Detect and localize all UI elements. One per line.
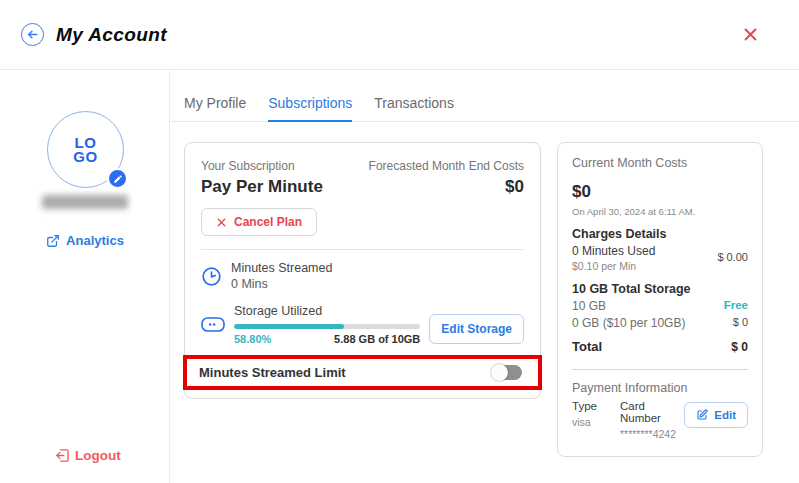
minutes-streamed-row: Minutes Streamed 0 Mins	[201, 261, 524, 291]
clock-icon	[201, 266, 222, 287]
storage-drive-icon	[201, 317, 225, 345]
card-number-value: ********4242	[620, 428, 684, 440]
charges-details-heading: Charges Details	[572, 227, 748, 241]
plan-name: Pay Per Minute	[201, 177, 323, 197]
modal-header: My Account	[0, 0, 799, 70]
close-button[interactable]	[742, 26, 759, 43]
edit-avatar-button[interactable]	[107, 168, 128, 189]
payment-info-heading: Payment Information	[572, 381, 748, 395]
edit-box-icon	[696, 409, 708, 421]
arrow-left-icon	[26, 28, 39, 41]
tab-subscriptions[interactable]: Subscriptions	[268, 95, 352, 122]
current-month-timestamp: On April 30, 2024 at 6:11 AM.	[572, 206, 748, 217]
minutes-charge-amount: $ 0.00	[717, 251, 748, 263]
avatar[interactable]: LO GO	[47, 111, 124, 188]
storage-progress-fill	[234, 324, 344, 329]
minutes-streamed-value: 0 Mins	[231, 277, 332, 291]
minutes-charge-row: 0 Minutes Used $0.10 per Min $ 0.00	[572, 241, 748, 272]
logout-label: Logout	[75, 448, 121, 463]
page-title: My Account	[56, 24, 167, 46]
main-content: My Profile Subscriptions Transactions Yo…	[171, 71, 799, 483]
cancel-plan-label: Cancel Plan	[234, 215, 302, 229]
tab-transactions[interactable]: Transactions	[374, 95, 454, 121]
total-label: Total	[572, 339, 602, 354]
total-amount: $ 0	[731, 340, 748, 354]
my-account-modal: My Account LO GO	[0, 0, 799, 483]
current-month-amount: $0	[572, 182, 748, 202]
avatar-logo-text: LO GO	[73, 136, 97, 164]
edit-payment-label: Edit	[714, 409, 736, 421]
card-divider	[201, 249, 524, 250]
storage-extra-amount: $ 0	[733, 316, 748, 328]
card-number-header: Card Number	[620, 400, 684, 424]
minutes-streamed-label: Minutes Streamed	[231, 261, 332, 275]
cards-row: Your Subscription Pay Per Minute Forecas…	[171, 122, 799, 457]
minutes-used-label: 0 Minutes Used	[572, 244, 655, 258]
storage-usage: 5.88 GB of 10GB	[334, 333, 420, 345]
storage-progress-bar	[234, 324, 420, 329]
storage-included-label: 10 GB	[572, 299, 606, 313]
close-x-icon	[742, 26, 759, 43]
minutes-limit-toggle[interactable]	[492, 365, 522, 380]
cancel-plan-button[interactable]: Cancel Plan	[201, 208, 317, 236]
logout-icon	[55, 448, 70, 463]
blurred-username	[42, 195, 128, 209]
sidebar: LO GO Analytics	[0, 71, 170, 483]
toggle-knob	[491, 364, 508, 381]
cancel-x-icon	[216, 217, 227, 228]
storage-utilized-label: Storage Utilized	[234, 304, 420, 318]
external-link-icon	[46, 234, 60, 248]
forecast-label: Forecasted Month End Costs	[369, 159, 524, 173]
minutes-rate-label: $0.10 per Min	[572, 260, 655, 272]
edit-payment-button[interactable]: Edit	[684, 402, 748, 428]
analytics-link[interactable]: Analytics	[0, 233, 170, 248]
logout-button[interactable]: Logout	[55, 448, 121, 463]
pencil-icon	[113, 174, 123, 184]
payment-type-value: visa	[572, 416, 620, 428]
current-month-title: Current Month Costs	[572, 156, 748, 170]
storage-included-row: 10 GB Free	[572, 296, 748, 313]
payment-divider	[572, 369, 748, 370]
storage-percent: 58.80%	[234, 333, 271, 345]
payment-info-grid: Type visa Card Number ********4242	[572, 400, 748, 440]
forecast-value: $0	[369, 177, 524, 197]
tab-my-profile[interactable]: My Profile	[184, 95, 246, 121]
current-month-card: Current Month Costs $0 On April 30, 2024…	[557, 142, 763, 457]
storage-included-amount: Free	[724, 299, 748, 311]
total-storage-heading: 10 GB Total Storage	[572, 282, 748, 296]
storage-extra-label: 0 GB ($10 per 10GB)	[572, 316, 685, 330]
payment-type-header: Type	[572, 400, 620, 412]
your-subscription-label: Your Subscription	[201, 159, 323, 173]
minutes-streamed-limit-row: Minutes Streamed Limit	[183, 355, 542, 390]
subscription-card: Your Subscription Pay Per Minute Forecas…	[184, 142, 541, 399]
storage-utilized-row: Storage Utilized 58.80% 5.88 GB of 10GB …	[201, 304, 524, 345]
back-button[interactable]	[21, 23, 44, 46]
subscription-card-header: Your Subscription Pay Per Minute Forecas…	[201, 159, 524, 197]
analytics-label: Analytics	[66, 233, 124, 248]
edit-storage-button[interactable]: Edit Storage	[429, 314, 524, 344]
total-row: Total $ 0	[572, 339, 748, 354]
storage-extra-row: 0 GB ($10 per 10GB) $ 0	[572, 313, 748, 330]
minutes-streamed-limit-label: Minutes Streamed Limit	[199, 365, 346, 380]
tab-bar: My Profile Subscriptions Transactions	[171, 71, 799, 122]
